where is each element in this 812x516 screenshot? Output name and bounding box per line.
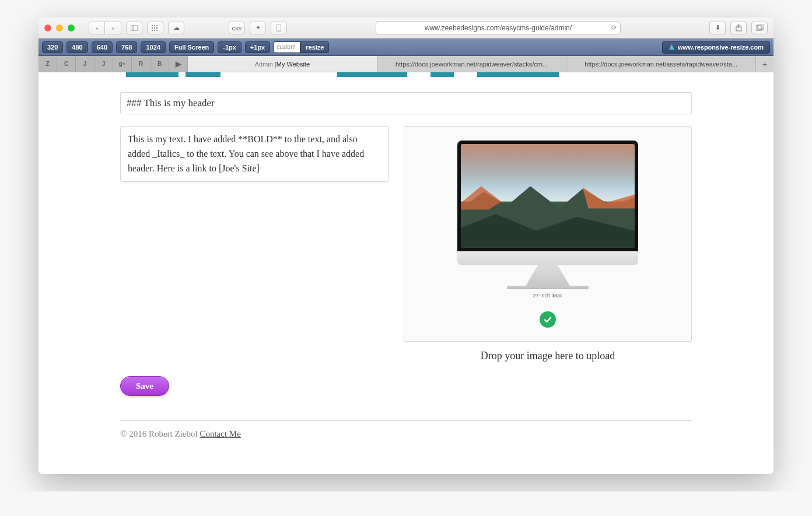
size-320-button[interactable]: 320 [42,41,63,53]
tabbar: Z C J J g+ R B ▶ Admin | My Website http… [38,56,774,72]
browser-window: ‹ › ☁︎ css ✦ www.zeebedesigns.com/easycm… [38,17,774,474]
footer: © 2016 Robert Ziebol Contact Me [120,420,692,439]
cloud-icon[interactable]: ☁︎ [168,22,184,34]
tab-docs-assets[interactable]: https://docs.joeworkman.net/assets/rapid… [566,56,756,72]
forward-button[interactable]: › [105,22,121,34]
svg-rect-3 [154,25,155,26]
header-input[interactable] [120,92,692,114]
plus-px-button[interactable]: +1px [245,41,270,53]
device-ext-button[interactable] [271,22,287,34]
svg-rect-5 [152,27,153,29]
copyright-text: © 2016 Robert Ziebol [120,429,200,438]
fav-c[interactable]: C [57,56,76,72]
tab-docs-stacks[interactable]: https://docs.joeworkman.net/rapidweaver/… [377,56,567,72]
reload-icon[interactable]: ⟳ [611,24,617,31]
fav-youtube[interactable]: ▶ [169,56,188,72]
fullscreen-button[interactable]: Full Screen [169,41,214,53]
image-dropzone[interactable]: 27-inch iMac [404,126,692,342]
fav-b[interactable]: B [150,56,169,72]
decorative-strip [38,72,774,77]
size-768-button[interactable]: 768 [116,41,137,53]
close-icon[interactable] [44,24,51,31]
address-bar[interactable]: www.zeebedesigns.com/easycms-guide/admin… [376,21,621,35]
check-icon [540,311,556,328]
contact-link[interactable]: Contact Me [200,429,240,438]
size-640-button[interactable]: 640 [92,41,113,53]
svg-rect-8 [152,30,153,31]
fav-j2[interactable]: J [94,56,113,72]
minus-px-button[interactable]: -1px [218,41,242,53]
new-tab-button[interactable]: + [756,56,774,72]
fav-gplus[interactable]: g+ [113,56,132,72]
brand-icon [668,44,675,50]
css-ext-button[interactable]: css [229,22,245,34]
grid-icon[interactable] [147,22,163,34]
brand-link[interactable]: www.responsive-resize.com [662,41,770,54]
fav-z[interactable]: Z [38,56,57,72]
image-caption: 27-inch iMac [457,293,638,299]
responsive-toolbar: 320 480 640 768 1024 Full Screen -1px +1… [38,38,774,56]
save-button[interactable]: Save [120,376,169,396]
share-icon[interactable] [730,22,747,34]
page-content: This is my text. I have added **BOLD** t… [38,72,774,474]
zoom-icon[interactable] [68,24,75,31]
wand-ext-button[interactable]: ✦ [250,22,266,34]
uploaded-image-preview: 27-inch iMac [457,141,638,299]
fav-r[interactable]: R [132,56,150,72]
size-480-button[interactable]: 480 [66,41,88,53]
download-icon[interactable]: ⬇ [709,22,726,34]
body-textarea[interactable]: This is my text. I have added **BOLD** t… [120,126,388,182]
size-1024-button[interactable]: 1024 [141,41,165,53]
svg-rect-10 [156,30,158,31]
svg-marker-18 [583,187,635,208]
svg-rect-7 [156,27,158,29]
svg-rect-6 [154,27,155,29]
custom-size-input[interactable]: custom [274,41,300,53]
svg-rect-2 [152,25,153,26]
fav-j1[interactable]: J [76,56,94,72]
svg-point-12 [278,30,279,31]
svg-rect-9 [154,30,155,31]
url-text: www.zeebedesigns.com/easycms-guide/admin… [425,24,572,32]
titlebar: ‹ › ☁︎ css ✦ www.zeebedesigns.com/easycm… [38,17,774,38]
dropzone-label: Drop your image here to upload [404,350,692,362]
svg-rect-0 [131,25,138,31]
svg-rect-4 [156,25,158,26]
svg-rect-14 [756,26,762,30]
tab-admin[interactable]: Admin | My Website [188,56,377,72]
minimize-icon[interactable] [56,24,63,31]
tabs-icon[interactable] [751,22,768,34]
svg-rect-15 [758,24,764,29]
sidebar-toggle-button[interactable] [126,22,142,34]
back-button[interactable]: ‹ [89,22,105,34]
resize-button[interactable]: resize [300,41,329,53]
